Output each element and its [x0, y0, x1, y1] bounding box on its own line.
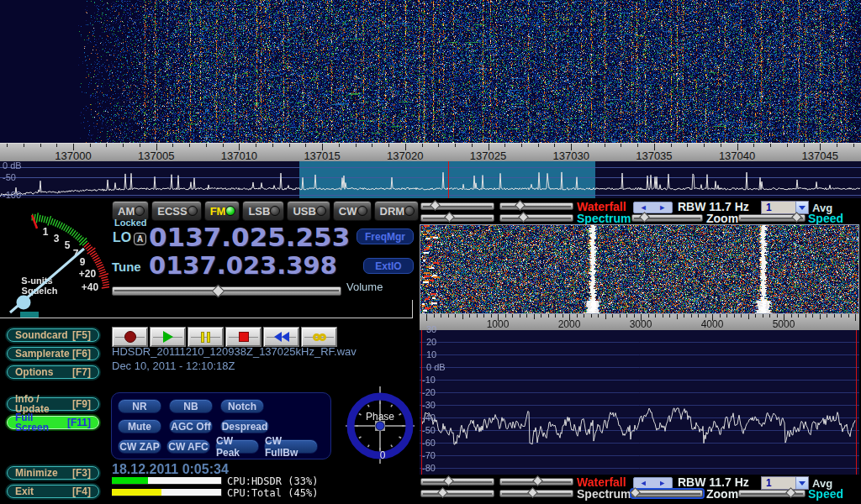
slider-thumb[interactable] — [532, 475, 543, 486]
tick — [791, 314, 792, 318]
mode-button-cw[interactable]: CW — [333, 201, 372, 221]
extio-button[interactable]: ExtIO — [363, 258, 414, 274]
tick — [804, 144, 805, 147]
tick — [24, 144, 24, 147]
sidebar-button-minimize[interactable]: Minimize[F3] — [7, 466, 99, 480]
sidebar-button-exit[interactable]: Exit[F4] — [7, 485, 99, 498]
tick — [705, 314, 706, 318]
spectrum-min-slider-2[interactable] — [420, 490, 494, 497]
slider-thumb[interactable] — [445, 212, 456, 223]
avg-count-select-2[interactable]: 1 — [761, 476, 809, 490]
tick — [841, 314, 842, 318]
mode-led-icon — [404, 206, 415, 216]
slider-thumb[interactable] — [518, 212, 529, 223]
sidebar-button-options[interactable]: Options[F7] — [7, 365, 99, 379]
avg-count-select[interactable]: 1 — [761, 201, 809, 214]
tick — [455, 144, 456, 147]
audio-frequency-scale[interactable]: 10002000300040005000 — [420, 314, 859, 330]
tick — [438, 144, 439, 147]
chevron-down-icon — [799, 481, 806, 486]
dsp-button-notch[interactable]: Notch — [220, 399, 264, 413]
slider-thumb[interactable] — [639, 212, 650, 223]
lo-frequency-display[interactable]: 0137.025.253 — [149, 224, 350, 250]
zoom-slider-2[interactable] — [631, 490, 703, 497]
lo-label: LO — [113, 230, 131, 245]
slider-thumb[interactable] — [527, 487, 538, 498]
avg-count-value: 1 — [762, 202, 795, 213]
audio-spectrum[interactable] — [420, 330, 859, 475]
dsp-button-cw-fullbw[interactable]: CW FullBw — [264, 439, 318, 454]
s-meter[interactable]: 13579+20+40 S-units Squelch — [0, 203, 109, 318]
db-axis-label: -80 — [422, 463, 436, 473]
tick — [520, 314, 520, 318]
sidebar-button-label: Soundcard — [15, 330, 68, 340]
slider-thumb[interactable] — [430, 200, 441, 211]
freqmgr-button[interactable]: FreqMgr — [357, 228, 414, 244]
tick — [687, 144, 688, 147]
mode-button-lsb[interactable]: LSB — [242, 201, 284, 221]
dsp-button-nb[interactable]: NB — [169, 399, 213, 413]
spectrum-max-slider-2[interactable] — [499, 490, 573, 497]
record-button[interactable] — [112, 327, 148, 347]
combo-arrow-button[interactable] — [795, 477, 808, 489]
left-arrow-icon[interactable]: ◄ — [640, 203, 647, 212]
spectrum-min-slider[interactable] — [420, 214, 494, 222]
slider-thumb[interactable] — [786, 487, 797, 498]
dsp-button-cw-zap[interactable]: CW ZAP — [118, 439, 161, 454]
loop-button[interactable] — [301, 327, 337, 347]
dsp-button-cw-afc[interactable]: CW AFC — [166, 439, 210, 454]
rf-waterfall[interactable] — [0, 0, 861, 143]
dsp-button-nr[interactable]: NR — [118, 399, 161, 413]
rf-overview-spectrum[interactable] — [0, 161, 861, 198]
mode-button-ecss[interactable]: ECSS — [151, 201, 201, 221]
volume-slider[interactable] — [112, 286, 341, 296]
mode-button-usb[interactable]: USB — [287, 201, 330, 221]
tick — [40, 144, 41, 147]
stop-button[interactable] — [225, 327, 261, 347]
sidebar-button-soundcard[interactable]: Soundcard[F5] — [7, 328, 99, 342]
mode-button-drm[interactable]: DRM — [374, 201, 420, 221]
slider-thumb[interactable] — [791, 212, 802, 223]
slider-thumb[interactable] — [437, 487, 448, 498]
dsp-button-cw-peak[interactable]: CW Peak — [215, 439, 259, 454]
sidebar-button-full-screen[interactable]: Full Screen[F11] — [7, 416, 99, 429]
sidebar-button-info-update[interactable]: Info / Update[F9] — [7, 397, 99, 411]
dsp-button-mute[interactable]: Mute — [118, 419, 161, 433]
mode-button-fm[interactable]: FM — [204, 201, 240, 221]
frequency-tick-label: 5000 — [764, 318, 803, 330]
tick — [777, 314, 778, 318]
tune-frequency-display[interactable]: 0137.023.398 — [149, 254, 337, 278]
speed-slider[interactable] — [738, 214, 806, 222]
waterfall-contrast-slider[interactable] — [499, 202, 573, 210]
zoom-slider[interactable] — [631, 214, 703, 222]
dsp-button-despread[interactable]: Despread — [220, 419, 269, 433]
waterfall-contrast-slider-2[interactable] — [499, 478, 573, 486]
waterfall-brightness-slider-2[interactable] — [420, 478, 494, 486]
dsp-row: MuteAGC OffDespread — [118, 419, 330, 433]
rewind-button[interactable] — [263, 327, 299, 347]
right-arrow-icon[interactable]: ► — [658, 203, 666, 212]
play-button[interactable] — [150, 327, 186, 347]
slider-thumb[interactable] — [515, 200, 526, 211]
smeter-scale-label: 3 — [54, 233, 60, 244]
speed-slider-2[interactable] — [738, 490, 806, 497]
waterfall-shift-control[interactable]: ◄ ► — [633, 202, 673, 213]
spectrum-max-slider[interactable] — [499, 214, 573, 222]
mode-label: ECSS — [157, 205, 187, 218]
tick — [223, 144, 224, 147]
volume-slider-thumb[interactable] — [211, 285, 224, 298]
tick — [140, 144, 140, 147]
audio-waterfall[interactable] — [420, 225, 858, 313]
rf-frequency-scale[interactable]: 1370001370051370101370151370201370251370… — [0, 143, 861, 161]
left-arrow-icon[interactable]: ◄ — [640, 479, 647, 487]
waterfall-shift-control-2[interactable]: ◄ ► — [633, 477, 673, 489]
sidebar-button-samplerate[interactable]: Samplerate[F6] — [7, 347, 99, 360]
lo-auto-badge[interactable]: A — [134, 233, 146, 245]
waterfall-brightness-slider[interactable] — [420, 202, 494, 210]
right-arrow-icon[interactable]: ► — [658, 479, 666, 487]
slider-thumb[interactable] — [630, 487, 641, 498]
dsp-button-agc-off[interactable]: AGC Off — [169, 419, 213, 433]
slider-thumb[interactable] — [443, 475, 454, 486]
zoom-label-2: Zoom — [706, 489, 738, 500]
pause-button[interactable] — [188, 327, 224, 347]
